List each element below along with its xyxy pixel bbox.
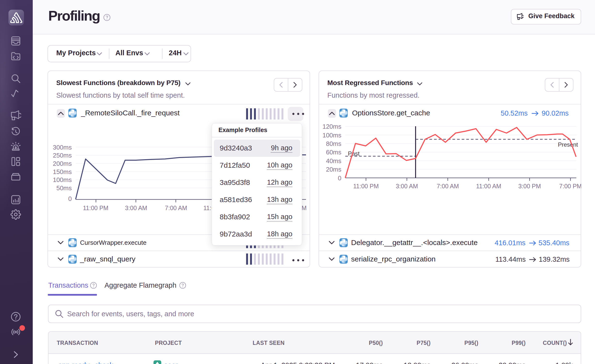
svg-text:100ms: 100ms bbox=[53, 176, 72, 183]
svg-text:80ms: 80ms bbox=[326, 140, 341, 147]
svg-text:60ms: 60ms bbox=[326, 149, 341, 156]
svg-text:7:00 PM: 7:00 PM bbox=[559, 183, 581, 190]
svg-text:3:00 PM: 3:00 PM bbox=[518, 183, 541, 190]
svg-text:Past: Past bbox=[348, 150, 360, 157]
svg-text:250ms: 250ms bbox=[53, 152, 72, 159]
svg-text:3:00 AM: 3:00 AM bbox=[125, 205, 147, 211]
svg-text:20ms: 20ms bbox=[326, 166, 341, 173]
svg-text:0: 0 bbox=[68, 195, 72, 202]
svg-text:7:00 AM: 7:00 AM bbox=[437, 183, 459, 190]
svg-text:Present: Present bbox=[558, 141, 578, 148]
svg-text:100ms: 100ms bbox=[322, 132, 341, 139]
svg-text:11:00 PM: 11:00 PM bbox=[83, 205, 108, 211]
svg-text:7:00 AM: 7:00 AM bbox=[165, 205, 187, 211]
svg-text:120ms: 120ms bbox=[322, 123, 341, 130]
svg-text:11:00 PM: 11:00 PM bbox=[353, 183, 379, 190]
svg-text:11:00 AM: 11:00 AM bbox=[476, 183, 501, 190]
svg-text:0: 0 bbox=[338, 174, 341, 182]
svg-text:150ms: 150ms bbox=[53, 168, 72, 175]
svg-text:3:00 AM: 3:00 AM bbox=[396, 183, 418, 190]
svg-text:200ms: 200ms bbox=[53, 160, 72, 167]
svg-text:40ms: 40ms bbox=[326, 157, 341, 165]
svg-text:50ms: 50ms bbox=[56, 184, 72, 192]
svg-text:300ms: 300ms bbox=[53, 144, 72, 151]
